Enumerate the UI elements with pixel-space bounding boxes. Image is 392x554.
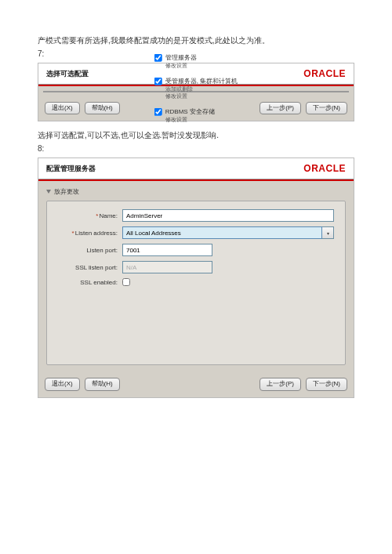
- opt-managed-servers-sub-1: 修改设置: [165, 92, 187, 100]
- oracle-logo-8: ORACLE: [303, 163, 346, 174]
- opt-managed-servers-row[interactable]: 受管服务器, 集群和计算机: [154, 77, 238, 85]
- input-listen-port[interactable]: [122, 244, 212, 256]
- discard-changes-label: 放弃更改: [54, 187, 79, 196]
- row-ssl-port: SSL listen port:: [58, 261, 334, 273]
- opt-admin-server-row[interactable]: 管理服务器: [154, 53, 197, 62]
- prev-button-8[interactable]: 上一步(P): [260, 378, 301, 390]
- opt-admin-server-checkbox[interactable]: [154, 53, 162, 61]
- opt-rdbms-row[interactable]: RDBMS 安全存储: [154, 107, 215, 116]
- wizard-screen-7: 选择可选配置 ORACLE 管理服务器 修改设置 受管服务器, 集群和计算机 添…: [38, 63, 354, 121]
- opt-managed-servers: 受管服务器, 集群和计算机 添加或删除 修改设置: [154, 77, 238, 100]
- optional-config-options: 管理服务器 修改设置 受管服务器, 集群和计算机 添加或删除 修改设置 RDBM…: [154, 53, 238, 123]
- opt-managed-servers-sub-0: 添加或删除: [165, 85, 193, 92]
- wizard-body-8: 放弃更改 *Name: *Listen address: ▾ Listen po…: [38, 181, 354, 373]
- opt-managed-servers-checkbox[interactable]: [154, 77, 162, 85]
- row-name: *Name:: [58, 209, 334, 222]
- checkbox-ssl-enabled[interactable]: [122, 278, 130, 286]
- wizard-title-7: 选择可选配置: [46, 69, 89, 79]
- next-button[interactable]: 下一步(N): [306, 102, 347, 114]
- help-button[interactable]: 帮助(H): [85, 102, 120, 114]
- wizard-body-7: 管理服务器 修改设置 受管服务器, 集群和计算机 添加或删除 修改设置 RDBM…: [43, 91, 349, 92]
- wizard-title-8: 配置管理服务器: [46, 164, 96, 174]
- exit-button[interactable]: 退出(X): [45, 102, 80, 114]
- doc-text-before-8: 选择可选配置,可以不选,也可以全选.暂时没发现影响.: [38, 129, 354, 141]
- admin-server-form: *Name: *Listen address: ▾ Listen port: S…: [46, 201, 346, 365]
- opt-admin-server-sub-0: 修改设置: [165, 62, 187, 69]
- row-listen-port: Listen port:: [58, 244, 334, 256]
- row-ssl-enabled: SSL enabled:: [58, 278, 334, 286]
- input-name[interactable]: [122, 209, 334, 222]
- opt-rdbms-label: RDBMS 安全存储: [165, 107, 215, 116]
- label-ssl-port: SSL listen port:: [58, 264, 122, 271]
- step-label-8: 8:: [38, 144, 354, 153]
- dropdown-arrow-icon[interactable]: ▾: [322, 226, 334, 239]
- next-button-8[interactable]: 下一步(N): [306, 378, 347, 390]
- exit-button-8[interactable]: 退出(X): [45, 378, 80, 390]
- row-listen-address: *Listen address: ▾: [58, 226, 334, 239]
- discard-changes-toggle[interactable]: 放弃更改: [46, 187, 346, 196]
- label-listen-port: Listen port:: [58, 247, 122, 254]
- label-ssl-enabled: SSL enabled:: [58, 279, 122, 286]
- wizard-header-8: 配置管理服务器 ORACLE: [38, 158, 354, 179]
- input-ssl-port: [122, 261, 212, 273]
- doc-text-before-7: 产模式需要有所选择,我最终配置成功的是开发模式,此处以之为准。: [38, 34, 354, 46]
- opt-rdbms-checkbox[interactable]: [154, 108, 162, 116]
- oracle-logo: ORACLE: [303, 68, 346, 79]
- wizard-screen-8: 配置管理服务器 ORACLE 放弃更改 *Name: *Listen addre…: [38, 158, 354, 397]
- label-listen-address: *Listen address:: [58, 230, 122, 237]
- label-name: *Name:: [58, 212, 122, 219]
- opt-managed-servers-label: 受管服务器, 集群和计算机: [165, 77, 238, 85]
- help-button-8[interactable]: 帮助(H): [85, 378, 120, 390]
- select-listen-address-value[interactable]: [122, 226, 322, 239]
- prev-button[interactable]: 上一步(P): [260, 102, 301, 114]
- wizard-footer-8: 退出(X) 帮助(H) 上一步(P) 下一步(N): [38, 373, 354, 396]
- chevron-down-icon: [46, 190, 51, 194]
- opt-admin-server-label: 管理服务器: [165, 53, 197, 62]
- opt-rdbms: RDBMS 安全存储 修改设置: [154, 107, 215, 123]
- select-listen-address[interactable]: ▾: [122, 226, 334, 239]
- opt-admin-server: 管理服务器 修改设置: [154, 53, 197, 69]
- opt-rdbms-sub-0: 修改设置: [165, 116, 187, 123]
